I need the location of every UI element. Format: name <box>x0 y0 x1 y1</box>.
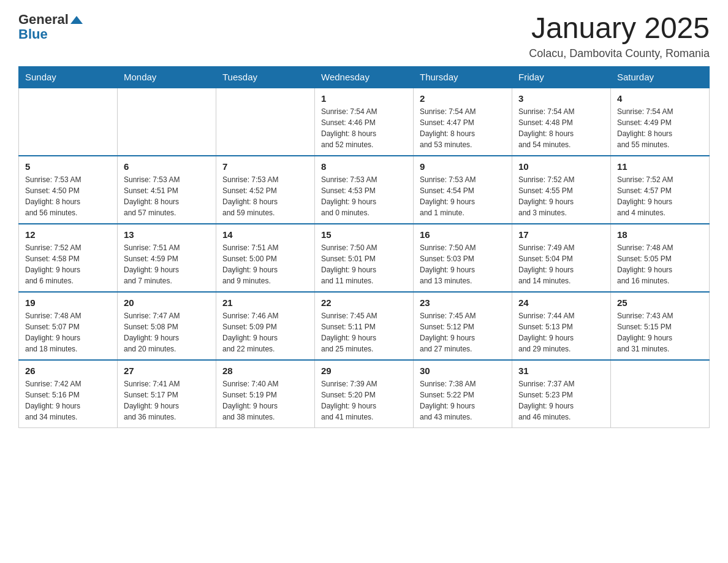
calendar-cell: 12Sunrise: 7:52 AM Sunset: 4:58 PM Dayli… <box>19 224 118 292</box>
day-number: 3 <box>518 93 604 104</box>
weekday-header-wednesday: Wednesday <box>315 66 414 88</box>
calendar-cell: 8Sunrise: 7:53 AM Sunset: 4:53 PM Daylig… <box>315 156 414 224</box>
day-number: 25 <box>617 297 703 308</box>
calendar-cell: 11Sunrise: 7:52 AM Sunset: 4:57 PM Dayli… <box>611 156 710 224</box>
calendar-cell: 7Sunrise: 7:53 AM Sunset: 4:52 PM Daylig… <box>216 156 315 224</box>
calendar-cell: 1Sunrise: 7:54 AM Sunset: 4:46 PM Daylig… <box>315 88 414 156</box>
calendar-cell: 20Sunrise: 7:47 AM Sunset: 5:08 PM Dayli… <box>118 292 216 360</box>
day-number: 1 <box>321 93 407 104</box>
calendar-cell <box>216 88 315 156</box>
calendar-cell: 5Sunrise: 7:53 AM Sunset: 4:50 PM Daylig… <box>19 156 118 224</box>
day-number: 4 <box>617 93 703 104</box>
day-number: 23 <box>420 297 506 308</box>
calendar-week-row: 12Sunrise: 7:52 AM Sunset: 4:58 PM Dayli… <box>19 224 710 292</box>
weekday-header-friday: Friday <box>512 66 611 88</box>
day-info: Sunrise: 7:54 AM Sunset: 4:49 PM Dayligh… <box>617 106 703 150</box>
weekday-header-thursday: Thursday <box>414 66 512 88</box>
day-info: Sunrise: 7:54 AM Sunset: 4:47 PM Dayligh… <box>420 106 506 150</box>
day-number: 19 <box>25 297 111 308</box>
day-number: 9 <box>420 161 506 172</box>
logo-general: General <box>18 12 83 27</box>
calendar-title: January 2025 <box>529 12 710 45</box>
day-info: Sunrise: 7:44 AM Sunset: 5:13 PM Dayligh… <box>518 310 604 354</box>
calendar-cell: 16Sunrise: 7:50 AM Sunset: 5:03 PM Dayli… <box>414 224 512 292</box>
calendar-cell: 29Sunrise: 7:39 AM Sunset: 5:20 PM Dayli… <box>315 360 414 428</box>
day-number: 6 <box>124 161 210 172</box>
day-info: Sunrise: 7:50 AM Sunset: 5:03 PM Dayligh… <box>420 242 506 286</box>
day-number: 7 <box>222 161 308 172</box>
calendar-cell <box>19 88 118 156</box>
day-info: Sunrise: 7:38 AM Sunset: 5:22 PM Dayligh… <box>420 378 506 423</box>
calendar-cell: 9Sunrise: 7:53 AM Sunset: 4:54 PM Daylig… <box>414 156 512 224</box>
calendar-cell: 18Sunrise: 7:48 AM Sunset: 5:05 PM Dayli… <box>611 224 710 292</box>
day-info: Sunrise: 7:50 AM Sunset: 5:01 PM Dayligh… <box>321 242 407 286</box>
calendar-cell: 24Sunrise: 7:44 AM Sunset: 5:13 PM Dayli… <box>512 292 611 360</box>
calendar-cell <box>611 360 710 428</box>
day-number: 12 <box>25 229 111 240</box>
weekday-header-row: SundayMondayTuesdayWednesdayThursdayFrid… <box>19 66 710 88</box>
day-info: Sunrise: 7:53 AM Sunset: 4:53 PM Dayligh… <box>321 174 407 218</box>
calendar-cell: 10Sunrise: 7:52 AM Sunset: 4:55 PM Dayli… <box>512 156 611 224</box>
calendar-week-row: 5Sunrise: 7:53 AM Sunset: 4:50 PM Daylig… <box>19 156 710 224</box>
day-info: Sunrise: 7:49 AM Sunset: 5:04 PM Dayligh… <box>518 242 604 286</box>
calendar-table: SundayMondayTuesdayWednesdayThursdayFrid… <box>18 66 710 428</box>
day-number: 10 <box>518 161 604 172</box>
calendar-cell: 13Sunrise: 7:51 AM Sunset: 4:59 PM Dayli… <box>118 224 216 292</box>
day-number: 11 <box>617 161 703 172</box>
day-info: Sunrise: 7:45 AM Sunset: 5:12 PM Dayligh… <box>420 310 506 354</box>
title-section: January 2025 Colacu, Dambovita County, R… <box>529 12 710 60</box>
calendar-cell: 14Sunrise: 7:51 AM Sunset: 5:00 PM Dayli… <box>216 224 315 292</box>
day-number: 8 <box>321 161 407 172</box>
day-info: Sunrise: 7:48 AM Sunset: 5:05 PM Dayligh… <box>617 242 703 286</box>
day-info: Sunrise: 7:47 AM Sunset: 5:08 PM Dayligh… <box>124 310 210 354</box>
day-info: Sunrise: 7:52 AM Sunset: 4:57 PM Dayligh… <box>617 174 703 218</box>
calendar-cell: 19Sunrise: 7:48 AM Sunset: 5:07 PM Dayli… <box>19 292 118 360</box>
calendar-cell: 26Sunrise: 7:42 AM Sunset: 5:16 PM Dayli… <box>19 360 118 428</box>
day-number: 2 <box>420 93 506 104</box>
day-number: 29 <box>321 366 407 376</box>
day-number: 20 <box>124 297 210 308</box>
calendar-cell: 3Sunrise: 7:54 AM Sunset: 4:48 PM Daylig… <box>512 88 611 156</box>
day-info: Sunrise: 7:53 AM Sunset: 4:50 PM Dayligh… <box>25 174 111 218</box>
day-info: Sunrise: 7:45 AM Sunset: 5:11 PM Dayligh… <box>321 310 407 354</box>
day-info: Sunrise: 7:53 AM Sunset: 4:51 PM Dayligh… <box>124 174 210 218</box>
calendar-cell: 25Sunrise: 7:43 AM Sunset: 5:15 PM Dayli… <box>611 292 710 360</box>
calendar-cell: 22Sunrise: 7:45 AM Sunset: 5:11 PM Dayli… <box>315 292 414 360</box>
calendar-cell: 4Sunrise: 7:54 AM Sunset: 4:49 PM Daylig… <box>611 88 710 156</box>
day-info: Sunrise: 7:37 AM Sunset: 5:23 PM Dayligh… <box>518 378 604 423</box>
day-info: Sunrise: 7:39 AM Sunset: 5:20 PM Dayligh… <box>321 378 407 423</box>
calendar-cell <box>118 88 216 156</box>
day-info: Sunrise: 7:51 AM Sunset: 4:59 PM Dayligh… <box>124 242 210 286</box>
day-info: Sunrise: 7:42 AM Sunset: 5:16 PM Dayligh… <box>25 378 111 423</box>
day-number: 31 <box>518 366 604 376</box>
weekday-header-saturday: Saturday <box>611 66 710 88</box>
day-number: 17 <box>518 229 604 240</box>
day-number: 18 <box>617 229 703 240</box>
day-info: Sunrise: 7:40 AM Sunset: 5:19 PM Dayligh… <box>222 378 308 423</box>
day-number: 15 <box>321 229 407 240</box>
day-info: Sunrise: 7:54 AM Sunset: 4:46 PM Dayligh… <box>321 106 407 150</box>
logo: General Blue <box>18 12 83 42</box>
day-number: 14 <box>222 229 308 240</box>
calendar-cell: 15Sunrise: 7:50 AM Sunset: 5:01 PM Dayli… <box>315 224 414 292</box>
calendar-cell: 21Sunrise: 7:46 AM Sunset: 5:09 PM Dayli… <box>216 292 315 360</box>
day-number: 28 <box>222 366 308 376</box>
calendar-cell: 31Sunrise: 7:37 AM Sunset: 5:23 PM Dayli… <box>512 360 611 428</box>
day-number: 13 <box>124 229 210 240</box>
day-info: Sunrise: 7:54 AM Sunset: 4:48 PM Dayligh… <box>518 106 604 150</box>
day-info: Sunrise: 7:52 AM Sunset: 4:55 PM Dayligh… <box>518 174 604 218</box>
day-number: 22 <box>321 297 407 308</box>
day-number: 27 <box>124 366 210 376</box>
weekday-header-tuesday: Tuesday <box>216 66 315 88</box>
day-info: Sunrise: 7:53 AM Sunset: 4:54 PM Dayligh… <box>420 174 506 218</box>
calendar-cell: 17Sunrise: 7:49 AM Sunset: 5:04 PM Dayli… <box>512 224 611 292</box>
day-number: 30 <box>420 366 506 376</box>
calendar-subtitle: Colacu, Dambovita County, Romania <box>529 47 710 60</box>
calendar-cell: 2Sunrise: 7:54 AM Sunset: 4:47 PM Daylig… <box>414 88 512 156</box>
calendar-week-row: 19Sunrise: 7:48 AM Sunset: 5:07 PM Dayli… <box>19 292 710 360</box>
day-number: 24 <box>518 297 604 308</box>
day-number: 5 <box>25 161 111 172</box>
day-number: 21 <box>222 297 308 308</box>
day-info: Sunrise: 7:43 AM Sunset: 5:15 PM Dayligh… <box>617 310 703 354</box>
calendar-cell: 6Sunrise: 7:53 AM Sunset: 4:51 PM Daylig… <box>118 156 216 224</box>
